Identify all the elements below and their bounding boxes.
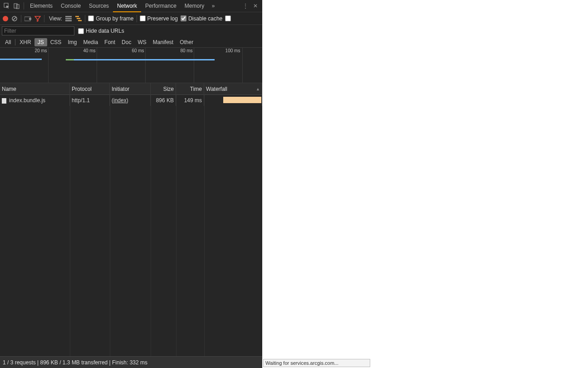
network-toolbar: View: Group by frame Preserve log Disabl… bbox=[0, 12, 262, 25]
separator bbox=[85, 15, 85, 22]
resource-type-filter: All XHR JS CSS Img Media Font Doc WS Man… bbox=[0, 37, 262, 48]
filter-doc[interactable]: Doc bbox=[118, 38, 134, 46]
col-name[interactable]: Name bbox=[0, 83, 70, 95]
filter-media[interactable]: Media bbox=[80, 38, 101, 46]
network-table-body: index.bundle.js http/1.1 (index) 896 KB … bbox=[0, 95, 262, 356]
timeline-overview[interactable]: 20 ms 40 ms 60 ms 80 ms 100 ms bbox=[0, 48, 262, 83]
col-waterfall-label: Waterfall bbox=[206, 86, 227, 92]
col-protocol[interactable]: Protocol bbox=[70, 83, 110, 95]
filter-all[interactable]: All bbox=[2, 38, 14, 46]
separator bbox=[44, 15, 44, 22]
browser-status-tooltip: Waiting for services.arcgis.com... bbox=[263, 359, 370, 367]
status-bar: 1 / 3 requests | 896 KB / 1.3 MB transfe… bbox=[0, 356, 262, 368]
col-size[interactable]: Size bbox=[151, 83, 176, 95]
disable-cache-checkbox[interactable]: Disable cache bbox=[181, 15, 222, 22]
large-rows-icon[interactable] bbox=[65, 15, 72, 22]
cell-time: 149 ms bbox=[176, 95, 204, 106]
svg-line-4 bbox=[13, 17, 16, 20]
waterfall-bar bbox=[223, 97, 261, 103]
file-name: index.bundle.js bbox=[9, 97, 45, 104]
col-initiator[interactable]: Initiator bbox=[110, 83, 151, 95]
hide-data-urls-label: Hide data URLs bbox=[86, 28, 124, 34]
record-button[interactable] bbox=[3, 16, 8, 21]
tab-network[interactable]: Network bbox=[113, 0, 141, 12]
group-by-frame-label: Group by frame bbox=[96, 15, 133, 22]
more-tabs-icon[interactable]: » bbox=[208, 1, 218, 11]
svg-rect-10 bbox=[75, 16, 79, 17]
inspect-element-icon[interactable] bbox=[2, 1, 12, 11]
kebab-menu-icon[interactable]: ⋮ bbox=[240, 1, 250, 11]
tick-label: 60 ms bbox=[132, 48, 144, 53]
svg-rect-12 bbox=[78, 20, 82, 21]
filter-font[interactable]: Font bbox=[101, 38, 118, 46]
filter-icon[interactable] bbox=[34, 15, 41, 22]
tab-sources[interactable]: Sources bbox=[85, 0, 113, 12]
cell-waterfall bbox=[204, 95, 262, 106]
tick-label: 100 ms bbox=[225, 48, 240, 53]
cell-name: index.bundle.js bbox=[0, 95, 70, 106]
cell-initiator[interactable]: (index) bbox=[110, 95, 151, 106]
overview-bar bbox=[74, 59, 215, 60]
tick-label: 20 ms bbox=[34, 48, 47, 53]
col-time[interactable]: Time bbox=[176, 83, 204, 95]
file-icon bbox=[2, 98, 6, 104]
svg-rect-11 bbox=[77, 18, 80, 19]
filter-css[interactable]: CSS bbox=[47, 38, 65, 46]
clear-button[interactable] bbox=[11, 15, 18, 22]
offline-checkbox-partial[interactable] bbox=[225, 15, 231, 21]
preserve-log-label: Preserve log bbox=[147, 15, 178, 22]
svg-rect-9 bbox=[65, 20, 72, 21]
tick-label: 80 ms bbox=[180, 48, 192, 53]
waterfall-view-icon[interactable] bbox=[75, 15, 82, 22]
col-waterfall[interactable]: Waterfall▲ bbox=[204, 83, 262, 95]
screenshot-icon[interactable] bbox=[24, 15, 31, 22]
svg-rect-8 bbox=[65, 18, 72, 19]
filter-other[interactable]: Other bbox=[176, 38, 196, 46]
separator bbox=[21, 15, 21, 22]
disable-cache-label: Disable cache bbox=[188, 15, 222, 22]
filter-manifest[interactable]: Manifest bbox=[150, 38, 176, 46]
table-row[interactable]: index.bundle.js http/1.1 (index) 896 KB … bbox=[0, 95, 262, 106]
hide-data-urls-checkbox[interactable]: Hide data URLs bbox=[78, 28, 124, 34]
view-label: View: bbox=[49, 15, 62, 22]
group-by-frame-checkbox[interactable]: Group by frame bbox=[88, 15, 133, 22]
filter-xhr[interactable]: XHR bbox=[16, 38, 34, 46]
close-devtools-icon[interactable]: ✕ bbox=[250, 1, 260, 11]
status-text: 1 / 3 requests | 896 KB / 1.3 MB transfe… bbox=[3, 359, 147, 366]
tick-label: 40 ms bbox=[83, 48, 95, 53]
separator bbox=[15, 39, 15, 45]
svg-rect-6 bbox=[29, 18, 31, 20]
overview-bar bbox=[0, 59, 42, 60]
overview-bar bbox=[66, 59, 74, 60]
tab-elements[interactable]: Elements bbox=[26, 0, 57, 12]
svg-rect-7 bbox=[65, 16, 72, 17]
cell-protocol: http/1.1 bbox=[70, 95, 110, 106]
filter-js[interactable]: JS bbox=[34, 38, 47, 46]
toggle-device-icon[interactable] bbox=[12, 1, 22, 11]
filter-img[interactable]: Img bbox=[64, 38, 80, 46]
network-table-header: Name Protocol Initiator Size Time Waterf… bbox=[0, 83, 262, 95]
sort-asc-icon: ▲ bbox=[256, 83, 260, 95]
separator bbox=[137, 15, 137, 22]
tab-performance[interactable]: Performance bbox=[141, 0, 181, 12]
devtools-tabbar: Elements Console Sources Network Perform… bbox=[0, 0, 262, 12]
cell-size: 896 KB bbox=[151, 95, 176, 106]
page-content-area bbox=[262, 0, 588, 368]
filter-row: Hide data URLs bbox=[0, 25, 262, 37]
filter-input[interactable] bbox=[2, 26, 74, 35]
devtools-panel: Elements Console Sources Network Perform… bbox=[0, 0, 262, 368]
filter-ws[interactable]: WS bbox=[134, 38, 149, 46]
preserve-log-checkbox[interactable]: Preserve log bbox=[140, 15, 178, 22]
tab-console[interactable]: Console bbox=[57, 0, 85, 12]
tab-memory[interactable]: Memory bbox=[181, 0, 208, 12]
separator bbox=[24, 2, 24, 10]
